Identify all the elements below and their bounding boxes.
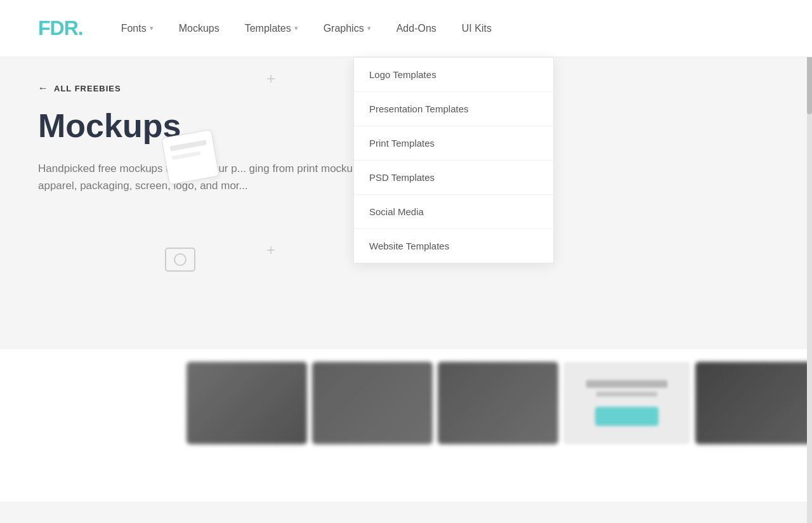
nav-menu: Fonts ▾ Mockups Templates ▾ Graphics ▾ A…: [121, 23, 492, 34]
preview-card-3: [438, 362, 558, 444]
camera-icon: [165, 248, 195, 272]
logo-text: FDR: [38, 17, 78, 39]
preview-card-1: [187, 362, 307, 444]
templates-dropdown: Logo Templates Presentation Templates Pr…: [353, 57, 554, 263]
nav-item-addons[interactable]: Add-Ons: [396, 23, 436, 34]
arrow-left-icon: ←: [38, 83, 49, 94]
dropdown-item-presentation[interactable]: Presentation Templates: [354, 92, 553, 126]
nav-item-fonts[interactable]: Fonts ▾: [121, 23, 154, 34]
plus-icon-2: +: [266, 241, 275, 259]
nav-item-uikits[interactable]: UI Kits: [462, 23, 492, 34]
dropdown-item-print[interactable]: Print Templates: [354, 126, 553, 161]
cta-button[interactable]: [595, 407, 658, 426]
content-grid: [0, 349, 812, 501]
nav-item-templates[interactable]: Templates ▾: [245, 23, 298, 34]
preview-card-2: [312, 362, 433, 444]
chevron-down-icon: ▾: [294, 24, 298, 32]
preview-card-5: [695, 362, 812, 444]
dropdown-item-psd[interactable]: PSD Templates: [354, 161, 553, 195]
nav-templates-label: Templates: [245, 23, 291, 34]
logo-accent: .: [78, 17, 83, 39]
back-label: ALL FREEBIES: [54, 84, 121, 93]
chevron-down-icon: ▾: [367, 24, 371, 32]
dropdown-item-logo[interactable]: Logo Templates: [354, 58, 553, 92]
nav-item-graphics[interactable]: Graphics ▾: [324, 23, 371, 34]
nav-mockups-label: Mockups: [179, 23, 219, 34]
nav-item-mockups[interactable]: Mockups: [179, 23, 219, 34]
nav-graphics-label: Graphics: [324, 23, 364, 34]
nav-fonts-label: Fonts: [121, 23, 147, 34]
dropdown-item-social[interactable]: Social Media: [354, 195, 553, 229]
preview-card-4: [563, 362, 690, 444]
chevron-down-icon: ▾: [150, 24, 154, 32]
scrollbar[interactable]: [807, 0, 812, 523]
plus-icon: +: [266, 70, 284, 88]
site-logo[interactable]: FDR.: [38, 17, 83, 40]
nav-uikits-label: UI Kits: [462, 23, 492, 34]
dropdown-item-website[interactable]: Website Templates: [354, 229, 553, 263]
navbar: FDR. Fonts ▾ Mockups Templates ▾ Graphic…: [0, 0, 812, 57]
card-illustration: [165, 133, 216, 181]
nav-addons-label: Add-Ons: [396, 23, 436, 34]
